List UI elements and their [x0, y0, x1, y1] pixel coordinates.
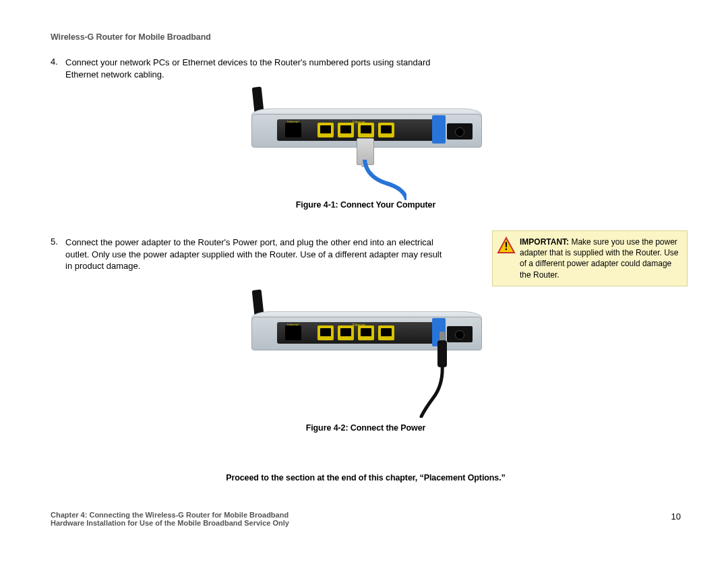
- warning-icon: !: [497, 237, 516, 254]
- ethernet-port-icon: [338, 325, 354, 340]
- important-label: IMPORTANT:: [520, 237, 569, 247]
- power-port-icon: [455, 330, 464, 340]
- ethernet-port-icon: [338, 123, 354, 137]
- page-number: 10: [671, 511, 681, 522]
- ethernet-port-icon: [317, 325, 334, 340]
- footer-section: Hardware Installation for Use of the Mob…: [51, 519, 681, 527]
- step-5: 5. Connect the power adapter to the Rout…: [51, 237, 445, 272]
- figure-caption: Figure 4-2: Connect the Power: [51, 423, 681, 433]
- ethernet-port-icon: [358, 123, 374, 137]
- figure-4-1: Internet Ethernet Figure 4-1: Connect Yo…: [51, 87, 681, 210]
- ethernet-cable-icon: [339, 160, 406, 200]
- router-illustration-2: Internet Ethernet: [238, 290, 494, 414]
- internet-port-icon: [285, 123, 301, 137]
- power-plug-icon: [437, 340, 447, 367]
- step-text: Connect the power adapter to the Router'…: [65, 237, 445, 272]
- content-column: 4. Connect your network PCs or Ethernet …: [51, 57, 448, 80]
- page-footer: Chapter 4: Connecting the Wireless-G Rou…: [51, 511, 681, 527]
- important-callout: ! IMPORTANT: Make sure you use the power…: [492, 230, 688, 286]
- router-illustration-1: Internet Ethernet: [238, 87, 494, 191]
- power-port-icon: [455, 127, 464, 137]
- footer-chapter: Chapter 4: Connecting the Wireless-G Rou…: [51, 511, 681, 519]
- reset-tab-icon: [432, 115, 446, 144]
- figure-4-2: Internet Ethernet Figure 4-2: Connect th…: [51, 290, 681, 433]
- step-number: 5.: [51, 237, 65, 272]
- ethernet-port-icon: [358, 325, 374, 340]
- internet-port-icon: [285, 325, 301, 340]
- ethernet-port-icon: [378, 123, 394, 137]
- page-header: Wireless-G Router for Mobile Broadband: [51, 32, 681, 42]
- step-4: 4. Connect your network PCs or Ethernet …: [51, 57, 448, 80]
- figure-caption: Figure 4-1: Connect Your Computer: [51, 200, 681, 210]
- step-text: Connect your network PCs or Ethernet dev…: [65, 57, 448, 80]
- ethernet-port-icon: [378, 325, 394, 340]
- power-cable-icon: [406, 364, 460, 418]
- step-number: 4.: [51, 57, 65, 80]
- document-page: Wireless-G Router for Mobile Broadband 4…: [0, 0, 728, 562]
- svg-text:!: !: [504, 241, 508, 252]
- ethernet-port-icon: [317, 123, 334, 137]
- proceed-instruction: Proceed to the section at the end of thi…: [51, 473, 681, 482]
